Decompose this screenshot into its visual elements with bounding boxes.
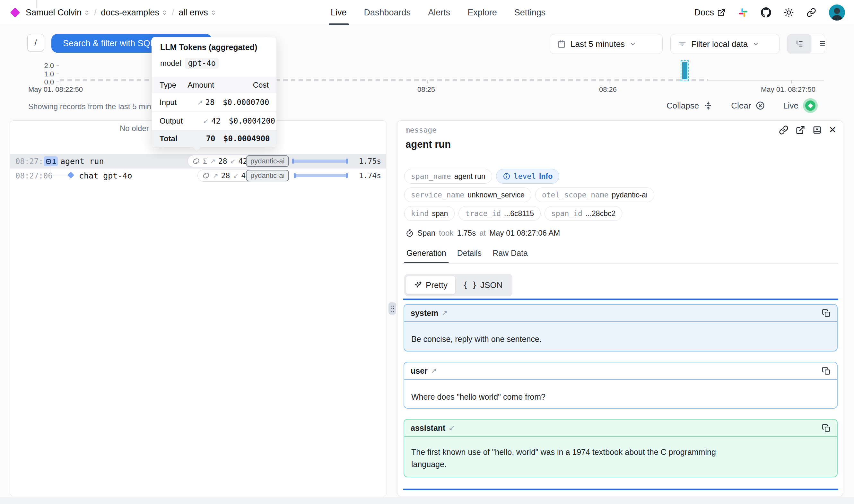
attr-kind[interactable]: kind span: [404, 206, 455, 221]
docs-link[interactable]: Docs: [694, 8, 726, 18]
y-tick-mark: [56, 82, 59, 82]
tab-live[interactable]: Live: [331, 0, 347, 25]
breadcrumb-org[interactable]: Samuel Colvin: [26, 8, 90, 18]
y-tick-label: 1.0: [35, 70, 54, 78]
col-cost: Cost: [214, 80, 269, 90]
x-tick-mark: [792, 80, 792, 84]
filter-local-value: Filter local data: [691, 39, 748, 49]
input-tokens-icon: ↗: [210, 157, 215, 165]
view-mode-toggle: [787, 34, 825, 54]
message-header: assistant ↙: [404, 419, 837, 437]
child-count: 1: [52, 158, 56, 165]
grip-dots-icon: [391, 306, 392, 307]
tab-details[interactable]: Details: [457, 249, 481, 264]
tab-explore[interactable]: Explore: [468, 0, 497, 25]
output-direction-icon: ↙: [449, 424, 454, 432]
github-icon[interactable]: [761, 7, 771, 18]
row-cost: $0.0000700: [215, 98, 269, 107]
list-view-button[interactable]: [811, 34, 825, 53]
attr-span-name[interactable]: span_name agent run: [404, 169, 492, 184]
collapse-icon: [704, 101, 713, 110]
panel-resize-handle[interactable]: [388, 302, 396, 314]
main-nav: Live Dashboards Alerts Explore Settings: [331, 0, 545, 25]
message-text: Be concise, reply with one sentence.: [404, 322, 837, 352]
row-type: Output: [160, 116, 183, 126]
sigma-icon: Σ: [203, 157, 207, 165]
tab-generation[interactable]: Generation: [406, 249, 446, 264]
tree-view-icon: [795, 39, 804, 48]
slack-icon[interactable]: [739, 8, 748, 17]
attr-key: level: [514, 172, 536, 180]
tab-dashboards[interactable]: Dashboards: [364, 0, 411, 25]
attr-span-id[interactable]: span_id ...28cbc2: [545, 206, 622, 221]
span-duration-line: Span took 1.75s at May 01 08:27:06 AM: [405, 229, 560, 237]
json-mode-button[interactable]: { } JSON: [455, 276, 510, 294]
slash-shortcut-key: /: [27, 34, 44, 51]
live-indicator-icon: [803, 98, 818, 113]
trace-row-agent-run[interactable]: 08:27:06 1 agent run Σ ↗ 28 ↙ 42 pydanti…: [10, 154, 386, 168]
col-type: Type: [160, 80, 176, 90]
dock-panel-icon[interactable]: [812, 125, 822, 135]
attr-value: ...6c8115: [504, 209, 534, 218]
token-usage-pill[interactable]: Σ ↗ 28 ↙ 42: [187, 155, 252, 167]
took-duration: 1.75s: [457, 229, 476, 237]
pretty-mode-button[interactable]: Pretty: [406, 276, 455, 294]
tree-view-button[interactable]: [787, 34, 811, 53]
share-link-icon[interactable]: [806, 8, 816, 17]
copy-icon[interactable]: [822, 424, 831, 432]
tokens-table: Type Amount Cost Input ↗28 $0.0000700 Ou…: [152, 77, 276, 147]
role-label: system: [411, 308, 438, 318]
close-panel-icon[interactable]: ✕: [829, 125, 836, 135]
filter-local-data-dropdown[interactable]: Filter local data: [670, 34, 780, 54]
stopwatch-icon: [405, 229, 414, 237]
x-axis-label: 08:26: [599, 85, 617, 94]
tab-alerts[interactable]: Alerts: [428, 0, 450, 25]
timeline-spike-bar[interactable]: [682, 62, 687, 79]
live-toggle[interactable]: Live: [783, 98, 818, 113]
input-tokens: 28: [221, 172, 230, 180]
time-range-dropdown[interactable]: Last 5 minutes: [550, 34, 662, 54]
trace-list-panel: No older records 08:27:06 1 agent run Σ …: [10, 120, 387, 496]
tab-settings[interactable]: Settings: [514, 0, 546, 25]
theme-toggle-icon[interactable]: [784, 8, 794, 17]
attr-otel-scope-name[interactable]: otel_scope_name pydantic-ai: [535, 187, 654, 202]
pretty-label: Pretty: [426, 280, 448, 290]
project-name: docs-examples: [101, 8, 159, 18]
role-label: user: [411, 366, 428, 376]
row-cost: $0.0004900: [215, 134, 270, 143]
attr-key: kind: [411, 209, 429, 218]
tokens-row-output: Output ↙42 $0.0004200: [152, 111, 276, 130]
message-header: user ↗: [404, 362, 837, 380]
row-amount: 28: [205, 98, 215, 107]
attr-value: agent run: [454, 172, 486, 181]
input-tokens: 28: [218, 157, 227, 165]
copy-icon[interactable]: [822, 309, 831, 318]
list-view-icon: [819, 39, 825, 48]
attr-level[interactable]: level Info: [496, 169, 559, 184]
collapse-all-button[interactable]: Collapse: [667, 101, 713, 111]
attr-trace-id[interactable]: trace_id ...6c8115: [458, 206, 541, 221]
open-in-new-icon[interactable]: [796, 125, 805, 135]
message-text: Where does "hello world" come from?: [404, 380, 837, 409]
message-card-assistant: assistant ↙ The first known use of "hell…: [403, 419, 838, 478]
copy-link-icon[interactable]: [779, 125, 788, 135]
output-tokens-icon: ↙: [230, 157, 236, 165]
collapse-label: Collapse: [667, 101, 699, 111]
user-avatar[interactable]: [829, 4, 845, 20]
breadcrumb-env[interactable]: all envs: [179, 8, 216, 18]
model-value: gpt-4o: [185, 58, 219, 69]
org-name: Samuel Colvin: [26, 8, 81, 18]
scroll-area-bottom-rule: [403, 489, 838, 490]
breadcrumb-project[interactable]: docs-examples: [101, 8, 167, 18]
tab-raw-data[interactable]: Raw Data: [492, 249, 528, 264]
clear-button[interactable]: Clear: [731, 101, 765, 111]
scope-tag[interactable]: pydantic-ai: [246, 155, 289, 167]
timeline-baseline-tail: [708, 80, 824, 80]
chevron-updown-icon: [211, 10, 216, 15]
copy-icon[interactable]: [822, 366, 831, 375]
collapse-children-badge[interactable]: 1: [44, 156, 58, 166]
attr-service-name[interactable]: service_name unknown_service: [404, 187, 531, 202]
scope-tag[interactable]: pydantic-ai: [246, 170, 289, 181]
detail-tabs: Generation Details Raw Data: [406, 249, 528, 264]
trace-row-chat-gpt-4o[interactable]: 08:27:06 chat gpt-4o ↗ 28 ↙ 42 pydantic-…: [10, 168, 386, 183]
